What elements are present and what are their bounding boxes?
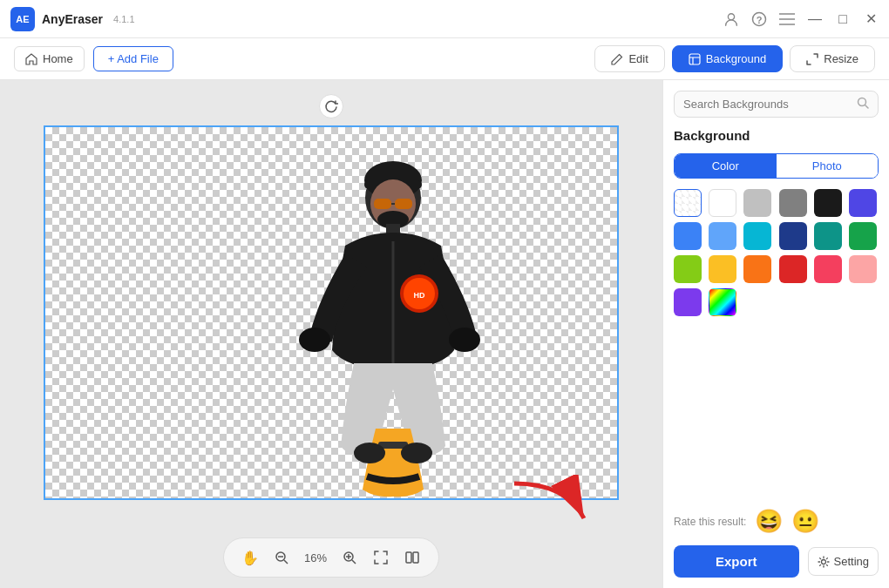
- color-transparent[interactable]: [674, 189, 702, 217]
- edit-label: Edit: [628, 52, 648, 65]
- color-cyan[interactable]: [743, 222, 771, 250]
- help-icon[interactable]: ?: [751, 11, 767, 27]
- svg-line-35: [865, 105, 869, 109]
- tab-row: Color Photo: [674, 153, 879, 179]
- canvas-area: HD: [0, 80, 662, 588]
- rating-area: Rate this result: 😆 😐: [674, 508, 879, 535]
- fullscreen-button[interactable]: [369, 545, 393, 570]
- split-view-button[interactable]: [400, 545, 424, 570]
- svg-line-27: [284, 560, 288, 564]
- svg-rect-12: [395, 199, 412, 209]
- color-teal[interactable]: [814, 222, 842, 250]
- color-pink-red[interactable]: [814, 255, 842, 283]
- resize-label: Resize: [824, 52, 858, 65]
- color-sky-blue[interactable]: [709, 222, 736, 250]
- add-file-label: + Add File: [108, 52, 159, 65]
- zoom-level: 16%: [301, 551, 330, 564]
- emoji-neutral[interactable]: 😐: [791, 508, 819, 535]
- svg-point-16: [299, 328, 330, 352]
- home-label: Home: [43, 52, 73, 65]
- background-icon: [689, 53, 701, 65]
- setting-icon: [818, 556, 830, 568]
- color-orange[interactable]: [743, 255, 771, 283]
- search-icon: [857, 97, 869, 112]
- search-box[interactable]: [674, 91, 879, 118]
- add-file-button[interactable]: + Add File: [93, 46, 173, 71]
- resize-button[interactable]: Resize: [790, 45, 875, 72]
- main-area: HD: [0, 80, 889, 588]
- svg-point-17: [449, 328, 480, 352]
- color-yellow[interactable]: [709, 255, 736, 283]
- bottom-actions: Export Setting: [674, 545, 879, 578]
- app-name: AnyEraser: [42, 12, 103, 26]
- rotate-button[interactable]: [319, 94, 343, 118]
- export-button[interactable]: Export: [674, 545, 799, 578]
- svg-line-31: [352, 560, 356, 564]
- color-white[interactable]: [709, 189, 736, 217]
- color-pink[interactable]: [849, 255, 877, 283]
- setting-button[interactable]: Setting: [808, 547, 879, 576]
- color-purple[interactable]: [674, 288, 702, 316]
- color-dark-blue[interactable]: [779, 222, 807, 250]
- toolbar-left: Home + Add File: [14, 46, 584, 71]
- svg-point-23: [401, 443, 432, 463]
- app-logo: AE: [10, 7, 35, 31]
- section-title: Background: [674, 128, 879, 143]
- color-blue-violet[interactable]: [849, 189, 877, 217]
- background-label: Background: [706, 52, 766, 65]
- toolbar: Home + Add File Edit Background Resize: [0, 38, 889, 80]
- minimize-button[interactable]: —: [807, 11, 823, 27]
- hand-tool[interactable]: ✋: [238, 545, 262, 570]
- svg-rect-32: [406, 552, 411, 563]
- titlebar-right: ? — □ ✕: [723, 11, 879, 27]
- profile-icon[interactable]: [723, 11, 739, 27]
- color-red[interactable]: [779, 255, 807, 283]
- titlebar: AE AnyEraser 4.1.1 ? — □ ✕: [0, 0, 889, 38]
- tab-color[interactable]: Color: [675, 154, 777, 178]
- search-input[interactable]: [683, 98, 852, 111]
- tab-photo[interactable]: Photo: [777, 154, 879, 178]
- home-button[interactable]: Home: [14, 46, 85, 71]
- color-light-gray[interactable]: [743, 189, 771, 217]
- subject-image: HD: [232, 132, 563, 498]
- svg-text:HD: HD: [414, 291, 425, 300]
- rating-label: Rate this result:: [674, 516, 746, 528]
- svg-point-36: [821, 559, 825, 564]
- color-gray[interactable]: [779, 189, 807, 217]
- setting-label: Setting: [834, 555, 869, 568]
- svg-rect-6: [689, 54, 700, 64]
- zoom-in-button[interactable]: [337, 545, 362, 570]
- canvas-frame[interactable]: HD: [44, 125, 619, 500]
- color-lime[interactable]: [674, 255, 702, 283]
- svg-text:?: ?: [757, 14, 763, 24]
- close-button[interactable]: ✕: [863, 11, 879, 27]
- svg-rect-33: [413, 552, 418, 563]
- edit-icon: [611, 53, 623, 65]
- titlebar-left: AE AnyEraser 4.1.1: [10, 7, 135, 31]
- toolbar-right: Edit Background Resize: [594, 45, 875, 72]
- maximize-button[interactable]: □: [835, 11, 851, 27]
- home-icon: [25, 53, 37, 65]
- color-grid: [674, 189, 879, 316]
- background-button[interactable]: Background: [672, 45, 783, 72]
- edit-button[interactable]: Edit: [594, 45, 664, 72]
- svg-rect-11: [374, 199, 391, 209]
- color-light-blue[interactable]: [674, 222, 702, 250]
- emoji-happy[interactable]: 😆: [755, 508, 783, 535]
- svg-point-0: [728, 13, 734, 19]
- right-panel: Background Color Photo: [662, 80, 889, 588]
- svg-point-22: [354, 443, 385, 463]
- color-gradient[interactable]: [709, 288, 736, 316]
- color-green[interactable]: [849, 222, 877, 250]
- color-black[interactable]: [814, 189, 842, 217]
- app-version: 4.1.1: [113, 14, 134, 24]
- menu-icon[interactable]: [779, 11, 795, 27]
- zoom-out-button[interactable]: [269, 545, 294, 570]
- resize-icon: [806, 53, 818, 65]
- zoom-toolbar: ✋ 16%: [223, 537, 439, 578]
